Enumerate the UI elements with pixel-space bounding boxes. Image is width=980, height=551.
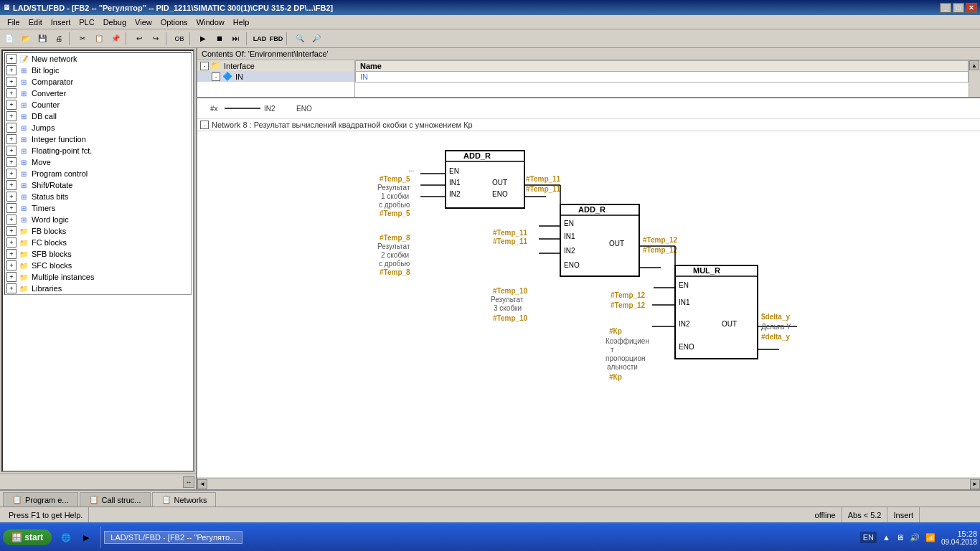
menu-insert[interactable]: Insert: [47, 17, 75, 28]
expand-integer-function[interactable]: +: [6, 134, 17, 144]
stop-btn[interactable]: ⏹: [212, 31, 227, 47]
lad-btn[interactable]: LAD: [252, 31, 268, 47]
tree-fc-blocks[interactable]: + 📁 FC blocks: [5, 237, 191, 248]
media-icon[interactable]: ▶: [77, 529, 95, 546]
fbd-btn[interactable]: FBD: [268, 31, 284, 47]
expand-fb-blocks[interactable]: +: [6, 226, 17, 236]
taskbar-app-window[interactable]: LAD/STL/FBD - [FB2 -- "Регулято...: [104, 531, 242, 544]
scroll-left-btn[interactable]: ◄: [197, 479, 207, 489]
expand-shift-rotate[interactable]: +: [6, 180, 17, 190]
tree-sfc-blocks[interactable]: + 📁 SFC blocks: [5, 260, 191, 271]
step-btn[interactable]: ⏭: [228, 31, 244, 47]
expand-status-bits[interactable]: +: [6, 192, 17, 202]
tree-fb-blocks[interactable]: + 📁 FB blocks: [5, 225, 191, 237]
network-8-collapse[interactable]: -: [200, 121, 209, 129]
status-bar: Press F1 to get Help. offline Abs < 5.2 …: [0, 507, 980, 522]
zoom-out-btn[interactable]: 🔎: [308, 31, 324, 47]
expand-sfb-blocks[interactable]: +: [6, 249, 17, 259]
expand-new-network[interactable]: +: [6, 54, 17, 64]
status-version: Abs < 5.2: [842, 507, 888, 522]
tree-label-new-network: New network: [32, 55, 77, 63]
in-collapse-btn[interactable]: -: [212, 72, 220, 81]
new-btn[interactable]: 📄: [1, 31, 17, 47]
tree-program-control[interactable]: + ⊞ Program control: [5, 168, 191, 179]
tab-call-struc[interactable]: 📋 Call struc...: [80, 492, 151, 507]
expand-program-control[interactable]: +: [6, 169, 17, 179]
expand-sfc-blocks[interactable]: +: [6, 260, 17, 270]
menu-file[interactable]: File: [3, 17, 24, 28]
maximize-button[interactable]: □: [953, 3, 964, 13]
menu-debug[interactable]: Debug: [99, 17, 131, 28]
expand-converter[interactable]: +: [6, 88, 17, 98]
sep6: [286, 32, 290, 45]
tree-new-network[interactable]: + 📝 New network: [5, 53, 191, 65]
expand-counter[interactable]: +: [6, 100, 17, 110]
compile-btn[interactable]: OB: [171, 31, 187, 47]
menu-view[interactable]: View: [131, 17, 156, 28]
tree-timers[interactable]: + ⊞ Timers: [5, 202, 191, 214]
tree-integer-function[interactable]: + ⊞ Integer function: [5, 133, 191, 145]
tree-sfb-blocks[interactable]: + 📁 SFB blocks: [5, 248, 191, 260]
tab-program-e[interactable]: 📋 Program e...: [3, 492, 78, 507]
open-btn[interactable]: 📂: [18, 31, 34, 47]
tree-shift-rotate[interactable]: + ⊞ Shift/Rotate: [5, 179, 191, 191]
menu-window[interactable]: Window: [192, 17, 229, 28]
svg-text:ADD_R: ADD_R: [463, 151, 491, 160]
copy-btn[interactable]: 📋: [91, 31, 107, 47]
menu-help[interactable]: Help: [229, 17, 254, 28]
expand-libraries[interactable]: +: [6, 283, 17, 293]
print-btn[interactable]: 🖨: [51, 31, 67, 47]
tree-word-logic[interactable]: + ⊞ Word logic: [5, 214, 191, 225]
menu-edit[interactable]: Edit: [24, 17, 47, 28]
svg-text:OUT: OUT: [492, 179, 507, 187]
scroll-up-btn[interactable]: ▲: [969, 60, 979, 70]
run-btn[interactable]: ▶: [195, 31, 211, 47]
start-button[interactable]: 🪟 start: [3, 529, 52, 545]
expand-float-fct[interactable]: +: [6, 146, 17, 156]
expand-multiple-instances[interactable]: +: [6, 272, 17, 282]
cut-btn[interactable]: ✂: [75, 31, 90, 47]
tree-float-fct[interactable]: + ⊞ Floating-point fct.: [5, 145, 191, 156]
network-area[interactable]: #x IN2 ENO - Network 8 : Результат вычис…: [197, 98, 980, 478]
tree-move[interactable]: + ⊞ Move: [5, 156, 191, 168]
expand-word-logic[interactable]: +: [6, 215, 17, 225]
svg-text:EN: EN: [449, 167, 459, 175]
tree-multiple-instances[interactable]: + 📁 Multiple instances: [5, 271, 191, 283]
redo-btn[interactable]: ↪: [148, 31, 164, 47]
tree-libraries[interactable]: + 📁 Libraries: [5, 283, 191, 294]
dbcall-icon: ⊞: [18, 111, 29, 121]
expand-move[interactable]: +: [6, 157, 17, 167]
tree-bit-logic[interactable]: + ⊞ Bit logic: [5, 65, 191, 76]
horizontal-scrollbar[interactable]: ◄ ►: [197, 478, 980, 489]
svg-text:#Temp_11: #Temp_11: [526, 175, 561, 183]
expand-panel-icon[interactable]: ↔: [183, 476, 194, 488]
menu-options[interactable]: Options: [156, 17, 192, 28]
clock-area[interactable]: 15:28 09.04.2018: [941, 529, 977, 546]
save-btn[interactable]: 💾: [34, 31, 50, 47]
scroll-right-btn[interactable]: ►: [970, 479, 980, 489]
interface-scrollbar[interactable]: ▲: [969, 60, 980, 97]
tree-jumps[interactable]: + ⊞ Jumps: [5, 122, 191, 133]
ie-icon[interactable]: 🌐: [57, 529, 75, 546]
zoom-in-btn[interactable]: 🔍: [292, 31, 308, 47]
tree-comparator[interactable]: + ⊞ Comparator: [5, 76, 191, 88]
tree-converter[interactable]: + ⊞ Converter: [5, 88, 191, 99]
expand-jumps[interactable]: +: [6, 123, 17, 133]
expand-fc-blocks[interactable]: +: [6, 237, 17, 248]
expand-bit-logic[interactable]: +: [6, 65, 17, 75]
tab-networks[interactable]: 📋 Networks: [152, 492, 217, 507]
menu-plc[interactable]: PLC: [75, 17, 98, 28]
expand-timers[interactable]: +: [6, 203, 17, 213]
close-button[interactable]: ✕: [966, 3, 977, 13]
tree-dbcall[interactable]: + ⊞ DB call: [5, 110, 191, 122]
paste-btn[interactable]: 📌: [108, 31, 123, 47]
tree-counter[interactable]: + ⊞ Counter: [5, 99, 191, 110]
expand-comparator[interactable]: +: [6, 77, 17, 87]
undo-btn[interactable]: ↩: [131, 31, 147, 47]
expand-dbcall[interactable]: +: [6, 111, 17, 121]
interface-collapse-btn[interactable]: -: [200, 62, 209, 70]
title-bar-buttons: _ □ ✕: [940, 3, 977, 13]
tree-label-sfb-blocks: SFB blocks: [32, 250, 72, 258]
tree-status-bits[interactable]: + ⊞ Status bits: [5, 191, 191, 202]
minimize-button[interactable]: _: [940, 3, 951, 13]
